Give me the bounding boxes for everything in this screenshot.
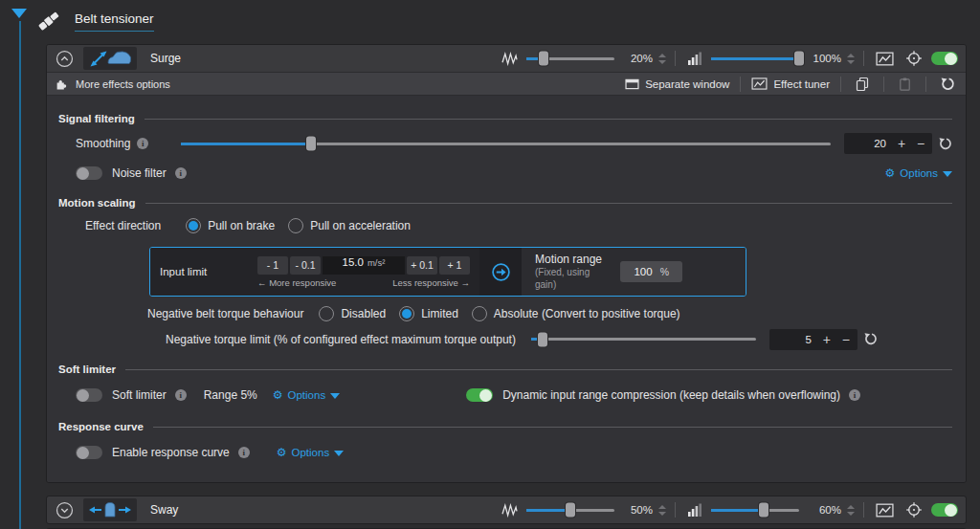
crosshair-icon[interactable] <box>902 49 925 68</box>
overall-gain-slider[interactable] <box>711 57 799 60</box>
pull-on-brake-radio[interactable] <box>186 218 201 233</box>
sway-effect-icon <box>83 498 137 521</box>
motion-range-sublabel: (Fixed, using gain) <box>535 267 607 291</box>
overall-gain-value: 60% <box>805 504 841 516</box>
smoothing-reset-icon[interactable] <box>938 137 952 151</box>
negative-torque-plus-button[interactable]: + <box>817 332 836 347</box>
vibration-icon <box>499 51 521 67</box>
info-icon[interactable] <box>849 389 860 401</box>
info-icon[interactable] <box>175 389 187 401</box>
surge-panel: Surge 20% <box>46 44 967 483</box>
vibration-gain-spinner[interactable] <box>658 505 666 516</box>
motion-range-label: Motion range <box>535 253 607 267</box>
info-icon[interactable] <box>175 167 187 179</box>
group-indent-line <box>19 21 21 529</box>
window-icon <box>625 78 639 90</box>
seatbelt-icon <box>36 8 61 34</box>
smoothing-value-box: 20 + − <box>844 133 932 154</box>
behaviour-disabled-radio[interactable] <box>319 306 334 321</box>
noise-filter-toggle[interactable] <box>76 166 102 180</box>
input-limit-minus-1-button[interactable]: - 1 <box>257 256 288 275</box>
chevron-down-icon <box>334 451 344 456</box>
section-title-signal-filtering: Signal filtering <box>58 113 135 124</box>
effect-name: Surge <box>150 52 181 65</box>
less-responsive-label: Less responsive → <box>392 277 470 288</box>
motion-range-value-box: 100 % <box>620 261 682 282</box>
overall-gain-spinner[interactable] <box>847 54 855 64</box>
pull-on-brake-label[interactable]: Pull on brake <box>208 219 275 232</box>
soft-limiter-options-link[interactable]: ⚙ Options <box>273 389 340 401</box>
filtering-options-link[interactable]: ⚙ Options <box>885 167 952 179</box>
input-limit-box: Input limit - 1 - 0.1 15.0 m/s² + 0.1 + … <box>149 247 746 297</box>
surge-header-row: Surge 20% <box>47 45 966 72</box>
overall-gain-slider[interactable] <box>711 509 799 512</box>
effect-name: Sway <box>150 503 178 517</box>
overall-gain-value: 100% <box>805 53 841 64</box>
pull-on-acceleration-label[interactable]: Pull on acceleration <box>310 219 411 232</box>
effect-direction-label: Effect direction <box>85 219 161 232</box>
smoothing-plus-button[interactable]: + <box>892 136 911 151</box>
behaviour-absolute-label[interactable]: Absolute (Convert to positive torque) <box>494 307 680 320</box>
vibration-gain-spinner[interactable] <box>658 54 666 64</box>
behaviour-disabled-label[interactable]: Disabled <box>341 307 386 320</box>
output-plot-icon[interactable] <box>873 502 897 518</box>
negative-torque-limit-slider[interactable] <box>531 338 756 341</box>
chevron-down-icon <box>330 393 340 399</box>
smoothing-slider[interactable] <box>181 143 831 145</box>
separate-window-button[interactable]: Separate window <box>625 78 729 90</box>
vibration-gain-slider[interactable] <box>526 509 614 512</box>
overall-gain-spinner[interactable] <box>847 505 855 516</box>
input-limit-label: Input limit <box>160 266 244 277</box>
vibration-gain-value: 20% <box>620 53 653 64</box>
info-icon[interactable] <box>238 447 250 458</box>
noise-filter-label: Noise filter <box>112 166 167 180</box>
output-plot-icon[interactable] <box>873 51 897 67</box>
effect-tuner-button[interactable]: Effect tuner <box>751 77 830 90</box>
motion-range-value: 100 <box>634 266 652 277</box>
gain-bars-icon <box>684 51 705 66</box>
collapse-triangle[interactable] <box>11 9 27 18</box>
effect-enabled-toggle[interactable] <box>931 503 958 517</box>
smoothing-minus-button[interactable]: − <box>911 136 930 151</box>
dynamic-compression-toggle[interactable] <box>466 388 493 402</box>
negative-torque-reset-icon[interactable] <box>863 332 878 346</box>
chart-icon <box>751 77 768 90</box>
reset-effect-icon[interactable] <box>937 76 958 93</box>
input-limit-unit: m/s² <box>368 257 385 268</box>
soft-limiter-toggle[interactable] <box>76 388 102 402</box>
puzzle-icon <box>55 77 68 91</box>
copy-icon[interactable] <box>852 76 873 93</box>
response-curve-label: Enable response curve <box>112 446 230 459</box>
effect-enabled-toggle[interactable] <box>931 52 958 65</box>
info-icon[interactable] <box>137 138 148 149</box>
collapse-chevron-up-icon[interactable] <box>55 49 74 68</box>
input-limit-minus-01-button[interactable]: - 0.1 <box>290 256 321 275</box>
behaviour-limited-radio[interactable] <box>399 306 414 321</box>
soft-limiter-label: Soft limiter <box>112 388 167 402</box>
response-curve-options-link[interactable]: ⚙ Options <box>277 447 344 458</box>
response-curve-toggle[interactable] <box>76 446 102 459</box>
sway-panel: Sway 50% 60% <box>46 496 967 524</box>
gain-bars-icon <box>684 502 705 518</box>
input-limit-plus-1-button[interactable]: + 1 <box>439 256 470 275</box>
gear-icon: ⚙ <box>273 389 283 401</box>
expand-chevron-down-icon[interactable] <box>55 500 74 519</box>
behaviour-limited-label[interactable]: Limited <box>421 307 458 320</box>
surge-effect-icon <box>83 47 137 70</box>
behaviour-absolute-radio[interactable] <box>472 306 487 321</box>
crosshair-icon[interactable] <box>902 500 925 519</box>
input-limit-value: 15.0 <box>343 256 364 268</box>
smoothing-value: 20 <box>846 138 892 149</box>
paste-icon <box>895 76 915 93</box>
vibration-icon <box>499 502 521 518</box>
input-limit-plus-01-button[interactable]: + 0.1 <box>407 256 437 275</box>
gear-icon: ⚙ <box>277 447 287 458</box>
more-effects-options-label[interactable]: More effects options <box>76 78 170 90</box>
vibration-gain-slider[interactable] <box>526 57 614 60</box>
section-title-response-curve: Response curve <box>58 421 144 432</box>
negative-torque-minus-button[interactable]: − <box>836 332 856 347</box>
pull-on-acceleration-radio[interactable] <box>288 218 303 233</box>
negative-torque-limit-value-box: 5 + − <box>769 329 858 350</box>
apply-arrow-icon[interactable] <box>491 262 511 282</box>
section-title-soft-limiter: Soft limiter <box>58 364 116 375</box>
